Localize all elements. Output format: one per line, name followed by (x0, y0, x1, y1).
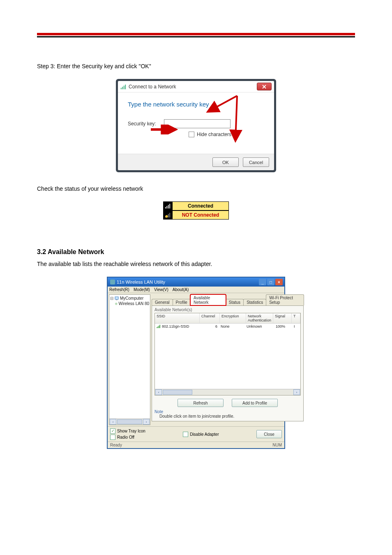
disable-adapter-label: Disable Adapter (190, 432, 219, 437)
svg-rect-15 (115, 297, 118, 299)
list-scroll-left[interactable]: ‹ (155, 389, 162, 395)
tree-adapter[interactable]: Wireless LAN 80 (115, 301, 149, 306)
svg-rect-2 (124, 86, 125, 89)
section-heading: 3.2 Available Network (37, 248, 355, 256)
tree-adapter-label: Wireless LAN 80 (119, 301, 149, 306)
svg-rect-0 (121, 88, 122, 89)
tab-wps[interactable]: Wi-Fi Protect Setup (266, 294, 304, 305)
auth-text: Unknown (245, 324, 274, 329)
svg-point-18 (116, 303, 117, 304)
app-icon (110, 280, 115, 284)
svg-rect-5 (165, 207, 166, 209)
col-auth[interactable]: Network Authentication (246, 313, 273, 323)
step3-instruction: Step 3: Enter the Security key and click… (37, 62, 355, 71)
tree-scroll-thumb[interactable] (117, 419, 142, 424)
add-to-profile-button[interactable]: Add to Profile (232, 399, 278, 407)
close-button[interactable] (257, 83, 272, 90)
black-rule (37, 36, 355, 37)
col-signal[interactable]: Signal (273, 313, 292, 323)
svg-point-13 (165, 215, 168, 217)
section-body: The available tab lists the reachable wi… (37, 260, 355, 268)
network-row[interactable]: 802.11bgn-SSID 6 None Unknown 100% I (155, 324, 300, 329)
list-scroll-thumb[interactable] (163, 390, 192, 395)
computer-icon (115, 296, 119, 301)
svg-rect-20 (158, 326, 159, 328)
tab-profile[interactable]: Profile (173, 299, 191, 305)
signal-text: 100% (274, 324, 292, 329)
col-channel[interactable]: Channel (200, 313, 220, 323)
tree-scrollbar[interactable]: ‹ › (109, 419, 150, 425)
utility-footer: Show Tray Icon Radio Off Disable Adapter… (108, 426, 284, 442)
status-bar: Ready NUM (108, 442, 284, 448)
svg-rect-12 (169, 213, 170, 217)
list-scrollbar[interactable]: ‹ › (155, 389, 300, 395)
menu-view[interactable]: View(V) (154, 287, 168, 292)
hide-characters-checkbox[interactable] (189, 132, 194, 137)
svg-rect-1 (122, 87, 123, 89)
dialog-titlebar: Connect to a Network (118, 81, 274, 92)
radio-off-label: Radio Off (117, 435, 134, 439)
list-scroll-right[interactable]: › (293, 389, 300, 395)
panel-subtitle: Available Network(s) (154, 308, 301, 312)
connected-label: Connected (172, 201, 229, 210)
tree-scroll-left[interactable]: ‹ (110, 419, 116, 425)
tab-status[interactable]: Status (226, 299, 244, 305)
status-num: NUM (272, 443, 282, 447)
t-text: I (292, 324, 300, 329)
svg-rect-21 (159, 326, 159, 328)
svg-rect-16 (116, 300, 118, 300)
col-t[interactable]: T (292, 313, 300, 323)
tab-statistics[interactable]: Statistics (243, 299, 266, 305)
arrow-to-checkbox-icon (150, 125, 179, 134)
svg-rect-7 (168, 205, 169, 208)
ok-button[interactable]: OK (212, 157, 239, 167)
show-tray-label: Show Tray Icon (117, 429, 145, 433)
svg-rect-3 (125, 84, 126, 89)
network-list[interactable]: SSID Channel Encryption Network Authenti… (154, 313, 301, 395)
available-network-panel: Available Network(s) SSID Channel Encryp… (152, 305, 304, 421)
svg-rect-14 (110, 280, 115, 284)
tab-general[interactable]: General (152, 299, 173, 305)
minimize-button[interactable]: _ (259, 279, 266, 285)
close-button-utility[interactable]: Close (256, 430, 282, 438)
note-label: Note (154, 409, 301, 414)
not-connected-label: NOT Connected (172, 210, 229, 220)
note-text: Double click on item to join/create prof… (159, 414, 301, 419)
window-close-button[interactable]: × (275, 279, 283, 285)
device-tree[interactable]: ⊟ MyComputer Wireless LAN 80 ‹ › (109, 294, 150, 425)
adapter-icon (115, 302, 118, 306)
radio-off-checkbox[interactable] (110, 435, 115, 440)
connect-network-dialog: Connect to a Network Type the network se… (116, 79, 276, 172)
maximize-button[interactable]: □ (267, 279, 274, 285)
status-ready: Ready (110, 443, 122, 447)
tab-available-network[interactable]: Available Network (190, 294, 226, 305)
signal-icon (157, 325, 161, 328)
document-page: Step 3: Enter the Security key and click… (0, 0, 392, 486)
tree-root[interactable]: ⊟ MyComputer (110, 296, 149, 301)
cancel-button[interactable]: Cancel (243, 157, 269, 167)
status-hint-text: Check the status of your wireless networ… (37, 185, 355, 193)
col-ssid[interactable]: SSID (155, 313, 200, 323)
refresh-button[interactable]: Refresh (178, 399, 224, 407)
wlan-utility-window: 11n Wireless LAN Utility _ □ × Refresh(R… (107, 277, 285, 449)
menu-mode[interactable]: Mode(M) (134, 287, 150, 292)
utility-titlebar: 11n Wireless LAN Utility _ □ × (108, 278, 284, 287)
tree-scroll-right[interactable]: › (143, 419, 150, 425)
network-icon (120, 84, 126, 90)
menu-refresh[interactable]: Refresh(R) (109, 287, 129, 292)
svg-rect-11 (168, 214, 169, 217)
status-legend: Connected NOT Connected (163, 201, 229, 220)
red-rule (37, 33, 355, 35)
svg-rect-22 (160, 325, 161, 328)
svg-rect-8 (169, 204, 170, 208)
utility-title: 11n Wireless LAN Utility (117, 280, 165, 284)
disable-adapter-checkbox[interactable] (183, 432, 188, 437)
connected-icon (163, 201, 172, 210)
dialog-title: Connect to a Network (129, 84, 176, 90)
menubar: Refresh(R) Mode(M) View(V) About(A) (108, 287, 284, 293)
menu-about[interactable]: About(A) (173, 287, 189, 292)
list-header: SSID Channel Encryption Network Authenti… (155, 313, 300, 324)
dialog-footer: OK Cancel (118, 154, 274, 170)
col-encryption[interactable]: Encryption (220, 313, 246, 323)
show-tray-checkbox[interactable] (110, 428, 115, 434)
